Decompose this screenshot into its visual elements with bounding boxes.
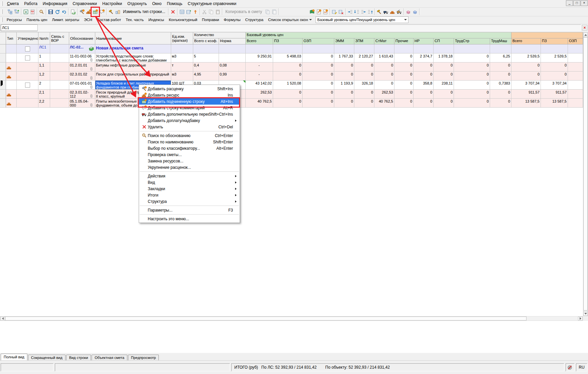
excel-export-button[interactable]: X — [22, 8, 29, 15]
cell-zpm[interactable]: 2 120,27 — [354, 53, 374, 63]
cell-zpm[interactable]: 0 — [354, 99, 374, 108]
sheets-blue-button[interactable] — [411, 8, 418, 15]
cell-sp[interactable]: 0 — [434, 99, 454, 108]
cell-prochie[interactable]: 0 — [394, 99, 414, 108]
context-menu-item-12[interactable]: Проверка сметы... — [139, 151, 240, 158]
cell-pz[interactable]: 1 520,08 — [273, 81, 303, 90]
cell-ozp2[interactable] — [568, 72, 583, 81]
cell-ozp2[interactable] — [568, 44, 583, 53]
view-tab-1[interactable]: Полный вид — [1, 354, 27, 360]
context-menu-item-9[interactable]: Поиск по обоснованиюCtrl+Enter — [139, 132, 240, 139]
cell-type[interactable] — [6, 81, 17, 90]
cell-norm[interactable]: 0,99 — [219, 72, 246, 81]
cell-approved[interactable] — [17, 81, 38, 90]
cell-type[interactable] — [6, 53, 17, 63]
context-menu-item-7[interactable]: УдалитьCtrl+Del — [139, 124, 240, 130]
cell-prochie[interactable] — [394, 44, 414, 53]
context-menu-item-18[interactable]: Закладки — [139, 185, 240, 192]
panelbar-item-11[interactable]: Структура — [243, 17, 266, 22]
add-rate-button[interactable] — [79, 8, 85, 15]
context-menu-item-2[interactable]: Добавить ресурсIns — [139, 92, 240, 98]
cell-ozp[interactable] — [303, 44, 334, 53]
panelbar-item-2[interactable]: Панель цен — [24, 17, 49, 22]
cell-zpm[interactable]: 0 — [354, 72, 374, 81]
panelbar-item-3[interactable]: Лимит. затраты — [49, 17, 81, 22]
cut-button[interactable] — [201, 8, 208, 15]
cell-name[interactable]: Устройство подстилающих слоев:глинобитны… — [95, 53, 171, 63]
cell-pz[interactable]: 0 — [273, 99, 303, 108]
cell-number[interactable]: 1,2 — [38, 72, 50, 81]
cell-quantity[interactable]: 4,95 — [193, 72, 219, 81]
context-menu-item-16[interactable]: Действия — [139, 173, 240, 179]
cell-trudstr[interactable]: 0 — [454, 63, 490, 72]
cell-vor-link[interactable] — [50, 81, 69, 90]
pdf-export-button[interactable]: PDF — [29, 8, 36, 15]
cell-ozp[interactable]: 0 — [303, 81, 334, 90]
cell-code[interactable]: 02.3.01.02 — [69, 72, 95, 81]
cell-number[interactable]: 2,2 — [38, 99, 50, 108]
panelbar-item-1[interactable]: Ресурсы — [4, 17, 24, 22]
cell-unit[interactable]: т — [171, 63, 193, 72]
cell-vsego[interactable]: 262,53 — [246, 90, 273, 99]
cell-name[interactable]: Песок для строительных работ природный — [95, 72, 171, 81]
view-tab-4[interactable]: Объектная смета — [92, 355, 127, 360]
cell-pz[interactable]: 0 — [273, 72, 303, 81]
view-tab-5[interactable]: Предпросмотр — [128, 355, 159, 360]
cell-approved[interactable] — [17, 53, 38, 63]
menubar-item-6[interactable]: Отдохнуть — [125, 0, 149, 7]
outdent-row2-button[interactable] — [367, 8, 373, 15]
menubar-item-5[interactable]: Настройки — [100, 0, 125, 7]
cell-nr[interactable]: 2 374,7 — [414, 53, 434, 63]
cell-pz2[interactable]: 2 539,5 — [541, 53, 568, 63]
price-level-select[interactable]: Базовый уровень цен/Текущий уровень цен — [316, 16, 408, 23]
cell-code[interactable]: 02.3.01.02-112 — [69, 90, 95, 99]
menubar-item-3[interactable]: Информация — [40, 0, 70, 7]
table-row-2,1[interactable]: 2,102.3.01.02-112Песок природный для стр… — [0, 90, 583, 99]
menubar-item-4[interactable]: Справочники — [70, 0, 100, 7]
row-marker-cell[interactable] — [0, 81, 6, 90]
cell-trudstr[interactable]: 0 — [454, 72, 490, 81]
copy-button[interactable] — [208, 8, 214, 15]
cell-type[interactable] — [6, 99, 17, 108]
context-menu-item-19[interactable]: Итоги — [139, 192, 240, 198]
cell-type[interactable] — [6, 72, 17, 81]
context-menu-item-14[interactable]: Укрупнение расценок... — [139, 164, 240, 170]
menubar-item-2[interactable]: Работа — [21, 0, 40, 7]
vertical-scrollbar[interactable] — [583, 32, 588, 316]
cell-norm[interactable] — [219, 53, 246, 63]
cell-number[interactable]: 1,1 — [38, 63, 50, 72]
priority-up-button[interactable] — [192, 8, 199, 15]
indent-row-button[interactable] — [347, 8, 353, 15]
cell-code[interactable]: ЛС-02... — [69, 44, 95, 53]
cell-trudstr[interactable]: 0 — [454, 90, 490, 99]
context-menu-item-3[interactable]: Добавить подчиненную строкуAlt+Ins — [139, 98, 240, 105]
cell-ozp[interactable]: 0 — [303, 90, 334, 99]
outdent-row-button[interactable] — [360, 8, 367, 15]
cell-nr[interactable]: 0 — [414, 72, 434, 81]
cell-pz[interactable]: 5 498,03 — [273, 53, 303, 63]
column-header-sub[interactable]: Прочие — [394, 38, 414, 44]
cell-ozp[interactable]: 0 — [303, 99, 334, 108]
coefficients-button[interactable] — [108, 8, 114, 15]
cell-ozp2[interactable] — [568, 53, 583, 63]
doc-r-button[interactable]: Р — [315, 8, 322, 15]
cell-pz[interactable]: 0 — [273, 63, 303, 72]
cell-name[interactable]: Битумы нефтяные дорожные — [95, 63, 171, 72]
cell-emm[interactable] — [334, 44, 354, 53]
cell-stmat[interactable]: 262,53 — [374, 90, 394, 99]
cell-vsego2[interactable]: 2 539,5 — [511, 53, 541, 63]
cell-number[interactable]: ЛС1 — [38, 44, 50, 53]
menubar-grip[interactable] — [1, 1, 3, 6]
cell-code[interactable]: 11-01-002-06 — [69, 53, 95, 63]
add-subrow-button[interactable] — [92, 8, 99, 15]
cell-ozp[interactable]: 0 — [303, 53, 334, 63]
row-marker-cell[interactable] — [0, 99, 6, 108]
column-header-sub[interactable]: ЭММ — [334, 38, 354, 44]
column-header-sub[interactable]: ПЗ — [541, 38, 568, 44]
cell-vsego[interactable]: 9 250,91 — [246, 53, 273, 63]
cell-sp[interactable]: 1 378,18 — [434, 53, 454, 63]
bricks-button[interactable] — [389, 8, 396, 15]
cell-vsego[interactable]: 40 762,5 — [246, 99, 273, 108]
panelbar-item-5[interactable]: Состав работ — [95, 17, 123, 22]
menubar-item-1[interactable]: Смета — [4, 0, 21, 7]
